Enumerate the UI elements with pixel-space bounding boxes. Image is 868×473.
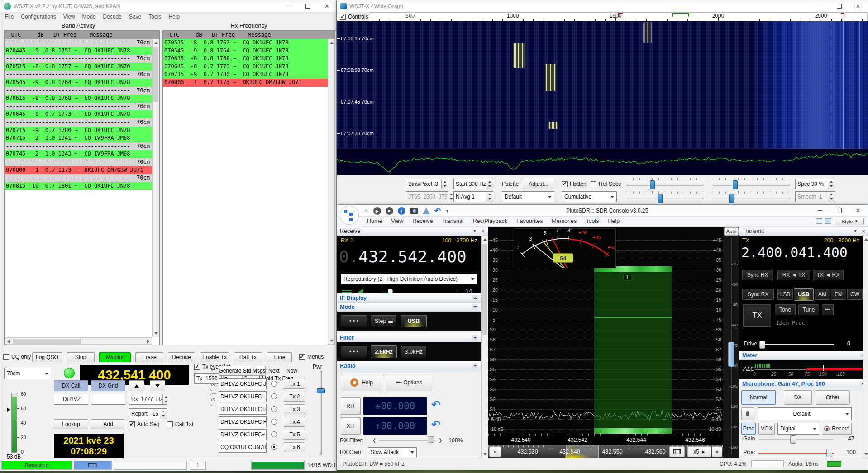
- ribbon-tab-transmit[interactable]: Transmit: [437, 217, 468, 226]
- spec-percent-spinner[interactable]: Spec 30 %: [795, 179, 835, 189]
- rx-frequency-row[interactable]: 070515 -8 0.8 1757 ~ CQ OK1UFC JN78: [163, 39, 328, 47]
- receive-panel-scrollbar[interactable]: [481, 236, 488, 458]
- rx-gain-select[interactable]: Slow Attack: [368, 447, 417, 457]
- band-activity-row[interactable]: -------------------------------------- 7…: [5, 142, 152, 151]
- decode-button[interactable]: Decode: [168, 352, 195, 362]
- rx-frequency-row[interactable]: 070615 -8 0.8 1768 ~ CQ OK1UFC JN78: [163, 55, 328, 63]
- band-activity-row[interactable]: -------------------------------------- 7…: [5, 103, 152, 111]
- band-activity-row[interactable]: 070515 -8 0.8 1757 ~ CQ OK1UFC JN78: [5, 63, 152, 71]
- adjust-button[interactable]: Adjust...: [523, 179, 554, 189]
- band-activity-hscrollbar[interactable]: [5, 337, 152, 345]
- lookup-button[interactable]: Lookup: [54, 419, 88, 429]
- tx-next-radio-2[interactable]: [271, 393, 277, 399]
- home-icon[interactable]: ⌂: [364, 207, 369, 215]
- mic-proc-slider[interactable]: [758, 453, 834, 454]
- auto-gain-button[interactable]: Auto: [724, 227, 739, 236]
- band-activity-row[interactable]: 070715 2 1.0 1341 ~ CQ IW9FRA JM68: [5, 134, 152, 142]
- band-activity-row[interactable]: -------------------------------------- 7…: [5, 87, 152, 95]
- band-navigation-bar[interactable]: « x5▶ » 432.530432.540432.550432.560: [488, 445, 723, 458]
- record-button[interactable]: Record: [822, 423, 852, 435]
- antenna-user-icon[interactable]: [423, 208, 430, 214]
- tx-next-radio-3[interactable]: [271, 406, 277, 412]
- band-activity-row[interactable]: -------------------------------------- 7…: [5, 158, 152, 166]
- tx-frequency-readout[interactable]: 2.400.041.400: [741, 245, 848, 260]
- dx-call-button[interactable]: DX Call: [54, 380, 88, 391]
- menu-item-mode[interactable]: Mode: [79, 12, 100, 21]
- close-button[interactable]: [317, 0, 336, 12]
- filter-more-button[interactable]: • • •: [341, 345, 367, 358]
- pwr-slider-track[interactable]: [320, 371, 322, 455]
- erase-button[interactable]: Erase: [135, 352, 163, 362]
- tx-now-button-5[interactable]: Tx 5: [284, 430, 305, 440]
- halt-tx-button[interactable]: Halt Tx: [234, 352, 262, 362]
- filter-26-button[interactable]: 2.6kHz: [371, 345, 397, 358]
- tx-next-radio-4[interactable]: [271, 419, 277, 425]
- spectrum-mode-select[interactable]: Cumulative: [562, 191, 617, 202]
- tx-now-button-6[interactable]: Tx 6: [284, 442, 305, 452]
- spectrum-display[interactable]: 1 13579+20+40+60S4 432.540432.542432.544…: [488, 227, 723, 458]
- widegraph-minimize-button[interactable]: [811, 0, 830, 12]
- ribbon-tab-memories[interactable]: Memories: [547, 217, 581, 226]
- band-activity-row[interactable]: 070815 -10 0.7 1801 ~ CQ OK1UFC JN78: [5, 182, 152, 190]
- maximize-button[interactable]: [298, 0, 317, 12]
- tune-button[interactable]: Tune: [798, 304, 819, 315]
- jt65-jt9-spinner[interactable]: JT65 2500 JT9: [406, 191, 448, 202]
- menu-item-file[interactable]: File: [1, 12, 17, 21]
- mode-usb-button[interactable]: USB: [401, 315, 427, 327]
- tone-button[interactable]: Tone: [775, 304, 796, 315]
- minimize-button[interactable]: [279, 0, 298, 12]
- start-freq-spinner[interactable]: Start 300 Hz: [453, 179, 493, 189]
- report-spinner[interactable]: Report -15: [129, 408, 167, 419]
- tune-button[interactable]: Tune: [267, 352, 292, 362]
- band-activity-row[interactable]: 070445 -9 0.8 1751 ~ CQ OK1UFC JN78: [5, 47, 152, 55]
- widegraph-maximize-button[interactable]: [830, 0, 849, 12]
- microphone-button[interactable]: [741, 407, 754, 420]
- tx-mode-lsb-button[interactable]: LSB: [777, 289, 793, 300]
- mode-more-button[interactable]: • • •: [341, 315, 367, 327]
- band-activity-row[interactable]: 070715 -9 0.7 1780 ~ CQ OK1UFC JN78: [5, 127, 152, 135]
- rx-frequency-readout[interactable]: 0.432.542.400: [339, 247, 467, 266]
- tx-button[interactable]: TX: [743, 304, 771, 327]
- tx-mode-am-button[interactable]: AM: [815, 289, 830, 300]
- drive-slider[interactable]: [761, 344, 834, 345]
- tx-message-select-5[interactable]: DH1VZ OK1UFC: [219, 429, 267, 440]
- n-avg-spinner[interactable]: N Avg 1: [453, 191, 493, 202]
- rx-from-tx-button[interactable]: RX ◄ TX: [777, 270, 810, 280]
- mic-proc-handle[interactable]: [826, 449, 832, 457]
- tx-more-button[interactable]: •••: [822, 304, 834, 315]
- passband-region[interactable]: [594, 266, 672, 434]
- auto-seq-checkbox[interactable]: Auto Seq: [129, 421, 159, 427]
- rx-frequency-row[interactable]: 070715 -9 0.7 1780 ~ CQ OK1UFC JN78: [163, 71, 328, 79]
- sdr-minimize-button[interactable]: [811, 205, 830, 216]
- rx-frequency-row[interactable]: 070545 -9 0.8 1764 ~ CQ OK1UFC JN78: [163, 47, 328, 55]
- cq-only-checkbox[interactable]: CQ only: [3, 354, 31, 360]
- tx-now-button-3[interactable]: Tx 3: [284, 404, 305, 414]
- tx-message-field-4[interactable]: DH1VZ OK1UFC RR7: [219, 416, 267, 427]
- mic-normal-button[interactable]: Normal: [741, 390, 776, 405]
- menu-item-tools[interactable]: Tools: [145, 12, 165, 21]
- menus-checkbox[interactable]: Menus: [299, 354, 324, 360]
- mic-gain-slider[interactable]: [758, 439, 834, 440]
- qat-dropdown-icon[interactable]: ▼: [445, 209, 449, 213]
- spectrum-gain-slider[interactable]: [627, 191, 704, 204]
- undo-icon[interactable]: ↶: [434, 206, 441, 216]
- panel-menu-icon[interactable]: ▼: [472, 229, 477, 233]
- microphone-section-header[interactable]: Microphone: Gain 47, Proc 100: [739, 379, 868, 388]
- rit-reset-icon[interactable]: ↶: [431, 398, 440, 411]
- controls-checkbox[interactable]: Controls: [340, 14, 368, 20]
- mic-preset-select[interactable]: Default: [758, 407, 852, 420]
- band-activity-row[interactable]: -------------------------------------- 7…: [5, 174, 152, 182]
- rx-freq-spinner[interactable]: Rx 1777 Hz: [129, 394, 167, 405]
- generate-std-msgs-button[interactable]: Generate Std Msgs: [219, 366, 266, 376]
- ribbon-tab-receive[interactable]: Receive: [408, 217, 437, 226]
- log-qso-button[interactable]: Log QSO: [32, 352, 62, 362]
- bins-pixel-spinner[interactable]: Bins/Pixel 3: [406, 179, 448, 189]
- if-display-section-header[interactable]: IF Display: [337, 293, 481, 303]
- mic-other-button[interactable]: Other: [816, 390, 850, 405]
- panel-close-icon[interactable]: ×: [862, 228, 865, 235]
- band-select[interactable]: 70cm: [4, 368, 51, 379]
- menu-item-save[interactable]: Save: [125, 12, 145, 21]
- rx-filter-handle[interactable]: [428, 436, 434, 443]
- rx-filter-left-icon[interactable]: ❮: [372, 438, 376, 443]
- mode-section-header[interactable]: Mode: [337, 303, 481, 312]
